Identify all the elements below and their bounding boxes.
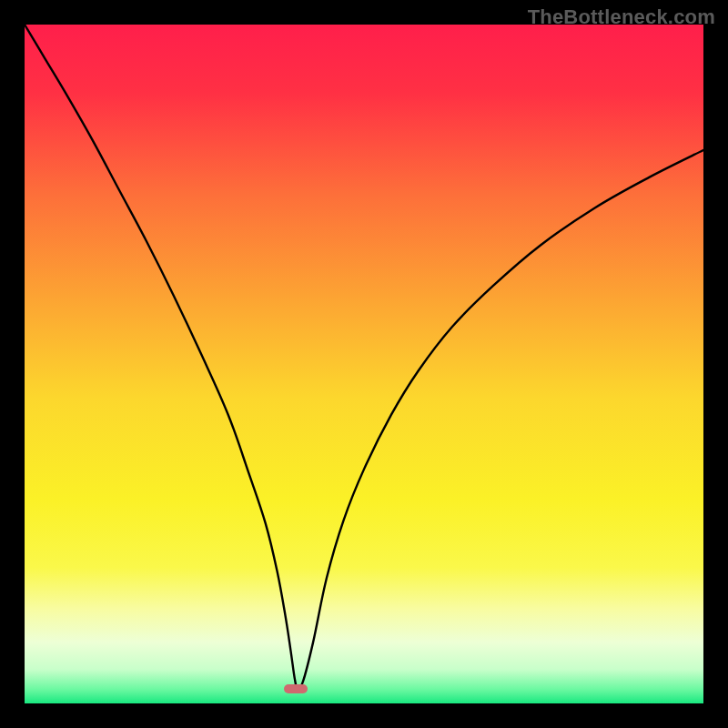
minimum-marker [284, 684, 308, 693]
watermark-text: TheBottleneck.com [528, 5, 715, 29]
bottleneck-curve [25, 25, 703, 703]
plot-area [25, 25, 703, 703]
